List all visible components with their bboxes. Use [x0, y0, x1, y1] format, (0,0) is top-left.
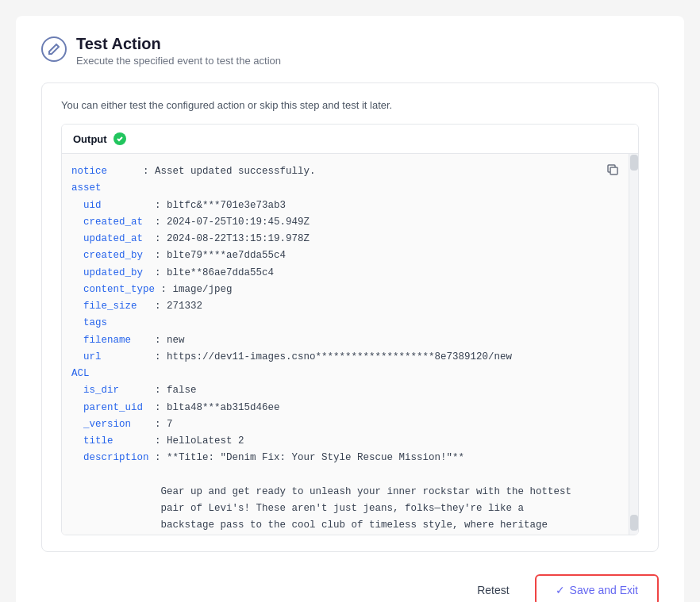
output-section: Output notice — [61, 124, 639, 535]
line-desc4: meets a bold twist that lets everyone kn… — [71, 535, 605, 535]
line-acl: ACL — [71, 366, 605, 382]
line-notice: notice : Asset updated successfully. — [71, 163, 605, 180]
info-text: You can either test the configured actio… — [61, 99, 639, 111]
header-text: Test Action Execute the specified event … — [76, 35, 281, 67]
line-url: url : https://dev11-images.csno*********… — [71, 349, 605, 366]
line-asset: asset — [71, 180, 605, 197]
line-content-type: content_type : image/jpeg — [71, 282, 605, 298]
success-icon — [113, 132, 126, 145]
line-created-by: created_by : blte79****ae7dda55c4 — [71, 247, 605, 264]
line-version: _version : 7 — [71, 416, 605, 433]
line-file-size: file_size : 271332 — [71, 298, 605, 315]
line-description: description : **Title: "Denim Fix: Your … — [71, 450, 605, 466]
line-uid: uid : bltfc&***701e3e73ab3 — [71, 197, 605, 214]
line-desc2: pair of Levi's! These aren't just jeans,… — [71, 500, 605, 517]
output-header: Output — [62, 125, 638, 154]
line-filename: filename : new — [71, 332, 605, 349]
line-tags: tags — [71, 315, 605, 332]
scrollbar-track[interactable] — [629, 154, 638, 535]
line-desc1: Gear up and get ready to unleash your in… — [71, 484, 605, 500]
page-subtitle: Execute the specified event to test the … — [76, 55, 281, 67]
main-card: You can either test the configured actio… — [41, 82, 659, 552]
edit-icon — [41, 36, 67, 62]
save-exit-label: Save and Exit — [570, 584, 638, 596]
line-updated-at: updated_at : 2024-08-22T13:15:19.978Z — [71, 231, 605, 247]
line-desc3: backstage pass to the cool club of timel… — [71, 517, 605, 534]
scrollbar-thumb-up[interactable] — [630, 155, 638, 171]
save-exit-button[interactable]: ✓ Save and Exit — [535, 574, 659, 602]
output-content: notice : Asset updated successfully. ass… — [62, 154, 629, 535]
page-container: Test Action Execute the specified event … — [16, 16, 684, 602]
svg-rect-0 — [610, 167, 617, 174]
scrollbar-thumb-down[interactable] — [630, 515, 638, 531]
save-exit-icon: ✓ — [556, 584, 565, 596]
footer: Retest ✓ Save and Exit — [41, 565, 659, 602]
line-is-dir: is_dir : false — [71, 382, 605, 399]
output-body: notice : Asset updated successfully. ass… — [62, 154, 638, 535]
page-header: Test Action Execute the specified event … — [41, 35, 659, 67]
retest-button[interactable]: Retest — [464, 577, 521, 602]
line-parent-uid: parent_uid : blta48***ab315d46ee — [71, 400, 605, 416]
output-actions — [603, 160, 622, 182]
line-created-at: created_at : 2024-07-25T10:19:45.949Z — [71, 214, 605, 231]
line-empty — [71, 467, 605, 484]
page-title: Test Action — [76, 35, 281, 53]
copy-button[interactable] — [603, 160, 622, 182]
line-updated-by: updated_by : blte**86ae7dda55c4 — [71, 265, 605, 282]
line-title: title : HelloLatest 2 — [71, 433, 605, 450]
output-label: Output — [73, 133, 107, 145]
